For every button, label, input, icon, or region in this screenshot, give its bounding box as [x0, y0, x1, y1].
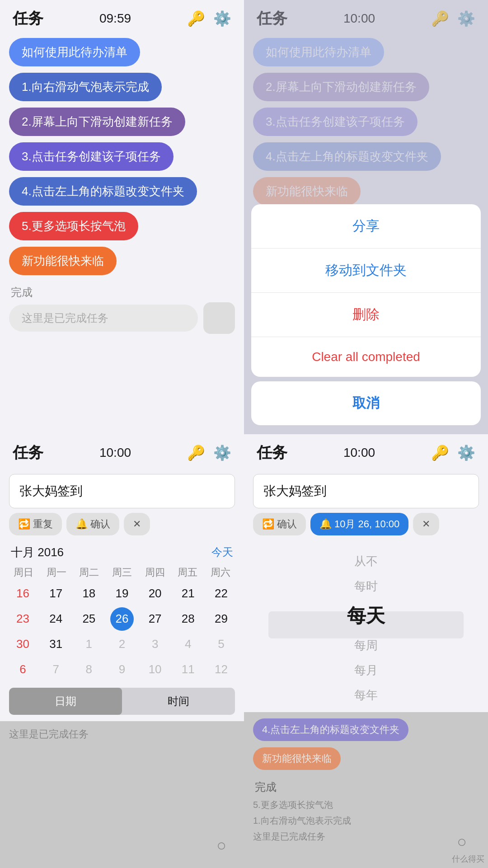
completed-label-4: 完成	[255, 780, 479, 794]
cal-day[interactable]: 8	[77, 658, 101, 681]
task-input-4[interactable]: 张大妈签到	[253, 474, 479, 508]
weekday-fri: 周五	[171, 566, 204, 579]
cal-day[interactable]: 9	[110, 658, 134, 681]
panel1-time: 09:59	[99, 11, 131, 26]
settings-icon-3[interactable]: ⚙️	[213, 444, 231, 461]
top-bar-4: 任务 10:00 🔑 ⚙️	[244, 434, 488, 469]
panel3-time: 10:00	[99, 446, 131, 460]
action-move[interactable]: 移动到文件夹	[251, 249, 481, 293]
weekday-mon: 周一	[40, 566, 73, 579]
weekday-thu: 周四	[138, 566, 171, 579]
action-delete[interactable]: 删除	[251, 293, 481, 337]
repeat-options: 从不 每时 每天 每周 每月 每年	[244, 549, 488, 708]
calendar-grid: 周日 周一 周二 周三 周四 周五 周六 16 17 18 19 20 21 2…	[0, 563, 244, 681]
tag-date-active[interactable]: 🔔 10月 26, 10:00	[310, 513, 408, 535]
panel4-icons: 🔑 ⚙️	[431, 444, 475, 461]
cal-day[interactable]: 7	[44, 658, 68, 681]
cal-day[interactable]: 30	[11, 633, 35, 656]
date-time-tabs: 日期 时间	[9, 688, 235, 715]
tag-repeat[interactable]: 🔁 重复	[9, 513, 62, 535]
settings-icon-4[interactable]: ⚙️	[457, 444, 475, 461]
task-4-blurred-1: 4.点击左上角的标题改变文件夹	[253, 718, 408, 741]
repeat-weekly[interactable]: 每周	[244, 633, 488, 658]
panel4-time: 10:00	[343, 446, 375, 460]
confirm-icon: 🔔	[75, 518, 88, 530]
cal-day[interactable]: 12	[209, 658, 233, 681]
repeat-daily[interactable]: 每天	[244, 599, 488, 633]
repeat-hourly[interactable]: 每时	[244, 574, 488, 599]
tag-confirm[interactable]: 🔔 确认	[66, 513, 119, 535]
task-bubble-3[interactable]: 2.屏幕上向下滑动创建新任务	[9, 108, 185, 136]
cal-day[interactable]: 25	[77, 607, 101, 631]
calendar-month-year: 十月 2016	[11, 544, 64, 560]
task-bubble-1[interactable]: 如何使用此待办清单	[9, 38, 140, 66]
completed-task-1[interactable]: 这里是已完成任务	[9, 305, 198, 332]
panel1-title: 任务	[13, 8, 43, 29]
task-bubble-7[interactable]: 新功能很快来临	[9, 247, 117, 275]
cal-day[interactable]: 21	[176, 582, 200, 605]
cal-day[interactable]: 11	[176, 658, 200, 681]
pin-icon[interactable]: 🔑	[187, 10, 205, 27]
cal-day[interactable]: 3	[143, 633, 167, 656]
tag-close-4[interactable]: ✕	[413, 513, 439, 535]
cal-day[interactable]: 18	[77, 582, 101, 605]
cal-day[interactable]: 29	[209, 607, 233, 631]
cal-day[interactable]: 10	[143, 658, 167, 681]
cal-day[interactable]: 2	[110, 633, 134, 656]
calendar-weekdays: 周日 周一 周二 周三 周四 周五 周六	[7, 563, 237, 582]
cal-day[interactable]: 31	[44, 633, 68, 656]
cal-day[interactable]: 23	[11, 607, 35, 631]
task-4-blurred-2: 新功能很快来临	[253, 747, 341, 770]
cal-day[interactable]: 4	[176, 633, 200, 656]
top-bar-1: 任务 09:59 🔑 ⚙️	[0, 0, 244, 34]
task-input-3[interactable]: 张大妈签到	[9, 474, 235, 508]
cal-day[interactable]: 17	[44, 582, 68, 605]
repeat-yearly[interactable]: 每年	[244, 683, 488, 708]
panel4-title: 任务	[257, 442, 287, 463]
completed-row-1: 这里是已完成任务	[9, 302, 235, 334]
repeat-monthly[interactable]: 每月	[244, 658, 488, 683]
panel-2: 任务 10:00 🔑 ⚙️ 如何使用此待办清单 2.屏幕上向下滑动创建新任务 3…	[244, 0, 488, 434]
cal-day[interactable]: 20	[143, 582, 167, 605]
fab-3[interactable]: ○	[203, 827, 239, 863]
date-label-4: 10月 26, 10:00	[334, 517, 399, 531]
weekday-sat: 周六	[204, 566, 237, 579]
action-cancel[interactable]: 取消	[251, 381, 481, 425]
cal-day[interactable]: 24	[44, 607, 68, 631]
pin-icon-4[interactable]: 🔑	[431, 444, 449, 461]
cal-day[interactable]: 27	[143, 607, 167, 631]
tag-confirm-4[interactable]: 🔁 确认	[253, 513, 306, 535]
cal-day[interactable]: 1	[77, 633, 101, 656]
top-bar-3: 任务 10:00 🔑 ⚙️	[0, 434, 244, 469]
cal-day-selected[interactable]: 26	[110, 607, 134, 631]
repeat-never[interactable]: 从不	[244, 549, 488, 574]
task-bubble-4[interactable]: 3.点击任务创建该子项任务	[9, 142, 174, 171]
panel-4: 任务 10:00 🔑 ⚙️ 张大妈签到 🔁 确认 🔔 10月 26, 10:00…	[244, 434, 488, 868]
close-icon-tag: ✕	[133, 518, 141, 530]
task-bubble-2[interactable]: 1.向右滑动气泡表示完成	[9, 73, 162, 101]
panel-3: 任务 10:00 🔑 ⚙️ 张大妈签到 🔁 重复 🔔 确认 ✕ 十月 2016 …	[0, 434, 244, 868]
action-share[interactable]: 分享	[251, 204, 481, 249]
pin-icon-3[interactable]: 🔑	[187, 444, 205, 461]
cal-day[interactable]: 22	[209, 582, 233, 605]
cal-day[interactable]: 5	[209, 633, 233, 656]
calendar-today-btn[interactable]: 今天	[211, 545, 233, 559]
repeat-picker: 从不 每时 每天 每周 每月 每年	[244, 540, 488, 712]
tab-date[interactable]: 日期	[9, 688, 122, 715]
cal-day[interactable]: 16	[11, 582, 35, 605]
cal-day[interactable]: 19	[110, 582, 134, 605]
tab-time[interactable]: 时间	[122, 688, 235, 715]
task-bubble-6[interactable]: 5.更多选项长按气泡	[9, 212, 138, 240]
panel4-bottom: 4.点击左上角的标题改变文件夹 新功能很快来临 完成 5.更多选项长按气泡 1.…	[244, 712, 488, 868]
cal-day[interactable]: 28	[176, 607, 200, 631]
date-icon-4: 🔔	[319, 518, 332, 530]
cal-day[interactable]: 6	[11, 658, 35, 681]
tag-close[interactable]: ✕	[124, 513, 150, 535]
confirm-icon-4: 🔁	[262, 518, 274, 530]
task-tags-3: 🔁 重复 🔔 确认 ✕	[0, 513, 244, 540]
task-bubble-5[interactable]: 4.点击左上角的标题改变文件夹	[9, 177, 197, 206]
completed-circle-btn-1[interactable]	[203, 302, 235, 334]
action-clear-completed[interactable]: Clear all completed	[251, 337, 481, 377]
task-tags-4: 🔁 确认 🔔 10月 26, 10:00 ✕	[244, 513, 488, 540]
settings-icon[interactable]: ⚙️	[213, 10, 231, 27]
